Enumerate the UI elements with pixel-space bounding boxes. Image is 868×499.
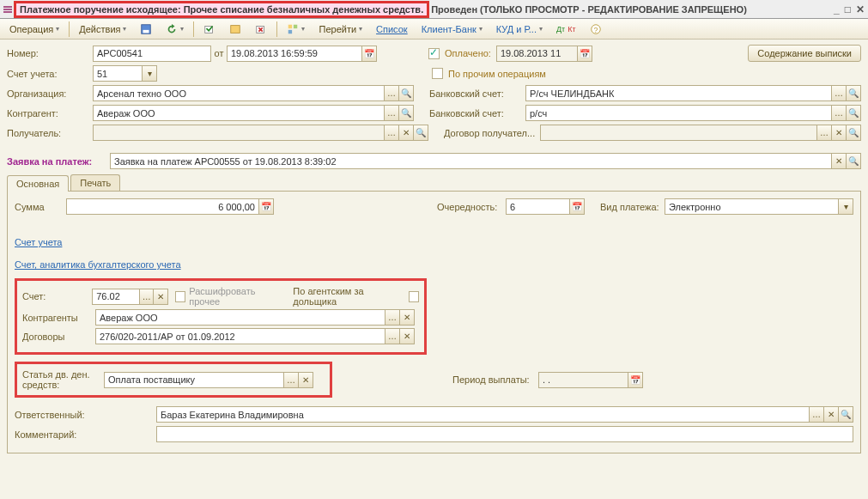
cash-field[interactable]: Оплата поставщику (104, 372, 284, 388)
sum-field[interactable]: 6 000,00 (66, 198, 259, 215)
toolbar-save-icon[interactable] (134, 21, 158, 37)
resp-search-icon[interactable]: 🔍 (838, 406, 853, 423)
contr-field[interactable]: Авераж ООО (93, 105, 385, 121)
recip-clear-icon[interactable]: ✕ (398, 125, 414, 141)
sub-account-field[interactable]: 76.02 (92, 289, 140, 305)
request-clear-icon[interactable]: ✕ (831, 153, 847, 169)
agent-checkbox[interactable] (409, 291, 420, 302)
maximize-button[interactable]: □ (845, 3, 851, 15)
other-ops-label: По прочим операциям (448, 69, 546, 79)
paid-label: Оплачено: (445, 48, 491, 58)
sum-calc-icon[interactable]: 📅 (258, 198, 274, 215)
sub-account-clear-icon[interactable]: ✕ (153, 289, 167, 305)
recip-field[interactable] (93, 125, 385, 141)
sub-contr-clear-icon[interactable]: ✕ (399, 309, 415, 326)
resp-field[interactable]: Бараз Екатерина Владимировна (156, 406, 810, 423)
cash-select-icon[interactable]: … (283, 372, 299, 388)
actions-menu[interactable]: Действия▾ (73, 22, 132, 36)
sub-dog-field[interactable]: 276/020-2011/АР от 01.09.2012 (95, 328, 385, 344)
close-button[interactable]: ✕ (856, 3, 865, 15)
kud-menu[interactable]: КУД и Р...▾ (490, 22, 549, 36)
dogrec-clear-icon[interactable]: ✕ (831, 125, 847, 141)
window-controls: _ □ ✕ (834, 3, 865, 15)
toolbar-structure-icon[interactable]: ▾ (281, 21, 311, 37)
paytype-field[interactable]: Электронно (665, 198, 839, 215)
toolbar-unpost-icon[interactable] (249, 21, 273, 37)
window-title-status: Проведен (ТОЛЬКО ПРОСМОТР - РЕДАКТИРОВАН… (431, 4, 747, 15)
recip-select-icon[interactable]: … (384, 125, 399, 141)
contr-select-icon[interactable]: … (384, 105, 399, 121)
account-dropdown-icon[interactable]: ▾ (142, 65, 157, 82)
contr-search-icon[interactable]: 🔍 (398, 105, 414, 121)
request-label: Заявка на платеж: (7, 156, 110, 167)
cash-clear-icon[interactable]: ✕ (298, 372, 313, 388)
sub-dog-select-icon[interactable]: … (385, 328, 400, 344)
period-picker-icon[interactable]: 📅 (628, 372, 643, 388)
recip-label: Получатель: (7, 128, 93, 138)
bank1-select-icon[interactable]: … (831, 85, 847, 101)
section-account-title: Счет учета (15, 237, 62, 247)
app-icon (3, 6, 12, 13)
form-body: Номер: АРС00541 от 19.08.2013 16:59:59 📅… (0, 40, 868, 459)
sub-contr-select-icon[interactable]: … (385, 309, 400, 326)
tab-print[interactable]: Печать (70, 174, 120, 191)
account-analytics-block: Счет: 76.02 … ✕ Расшифровать прочее По а… (15, 278, 427, 355)
help-icon[interactable]: ? (584, 21, 608, 37)
tab-main-body: Сумма 6 000,00 📅 Очередность: 6 📅 Вид пл… (7, 192, 861, 453)
bank2-field[interactable]: р/сч (525, 105, 832, 121)
recip-search-icon[interactable]: 🔍 (413, 125, 428, 141)
period-field[interactable]: . . (538, 372, 628, 388)
number-label: Номер: (7, 48, 93, 58)
priority-calc-icon[interactable]: 📅 (569, 198, 585, 215)
sum-label: Сумма (15, 202, 66, 212)
paid-checkbox[interactable] (428, 48, 440, 59)
tab-main[interactable]: Основная (7, 175, 69, 192)
svg-rect-5 (288, 24, 292, 27)
decode-label: Расшифровать прочее (189, 286, 284, 307)
decode-checkbox[interactable] (175, 291, 186, 302)
sub-dog-label: Договоры (22, 332, 95, 342)
bank2-select-icon[interactable]: … (831, 105, 847, 121)
date-field[interactable]: 19.08.2013 16:59:59 (227, 46, 362, 62)
toolbar-refresh-icon[interactable]: ▾ (160, 21, 190, 37)
sub-account-select-icon[interactable]: … (139, 289, 154, 305)
bank1-search-icon[interactable]: 🔍 (846, 85, 861, 101)
svg-rect-1 (143, 29, 149, 33)
svg-rect-7 (288, 29, 292, 33)
paytype-dropdown-icon[interactable]: ▾ (838, 198, 853, 215)
client-bank-menu[interactable]: Клиент-Банк▾ (416, 22, 489, 36)
priority-field[interactable]: 6 (506, 198, 570, 215)
resp-clear-icon[interactable]: ✕ (823, 406, 839, 423)
goto-menu[interactable]: Перейти▾ (313, 22, 368, 36)
cash-label1: Статья дв. ден. (22, 369, 104, 380)
dogrec-select-icon[interactable]: … (816, 125, 832, 141)
org-search-icon[interactable]: 🔍 (398, 85, 414, 101)
bank2-search-icon[interactable]: 🔍 (846, 105, 861, 121)
number-field[interactable]: АРС00541 (93, 46, 211, 62)
date-picker-icon[interactable]: 📅 (361, 46, 377, 62)
toolbar-book-icon[interactable] (223, 21, 247, 37)
other-ops-checkbox[interactable] (432, 68, 443, 79)
minimize-button[interactable]: _ (834, 3, 840, 15)
sub-contr-field[interactable]: Авераж ООО (95, 309, 385, 326)
paid-date-picker-icon[interactable]: 📅 (577, 46, 592, 62)
toolbar-post-icon[interactable] (197, 21, 222, 37)
request-search-icon[interactable]: 🔍 (846, 153, 861, 169)
account-field[interactable]: 51 (93, 65, 143, 82)
sub-dog-clear-icon[interactable]: ✕ (399, 328, 415, 344)
list-link[interactable]: Список (370, 22, 414, 36)
toolbar-dtkt-icon[interactable]: ДтКт (550, 23, 582, 35)
dogrec-label: Договор получател... (444, 128, 540, 138)
bank1-field[interactable]: Р/сч ЧЕЛИНДБАНК (525, 85, 832, 101)
org-select-icon[interactable]: … (384, 85, 399, 101)
toolbar: Операция▾ Действия▾ ▾ ▾ Перейти▾ Список … (0, 19, 868, 40)
dogrec-search-icon[interactable]: 🔍 (846, 125, 861, 141)
comment-field[interactable] (156, 426, 853, 442)
window-title-highlight: Платежное поручение исходящее: Прочее сп… (14, 1, 429, 18)
operation-menu[interactable]: Операция▾ (3, 22, 65, 36)
org-field[interactable]: Арсенал техно ООО (93, 85, 385, 101)
statement-button[interactable]: Содержание выписки (748, 45, 861, 62)
dogrec-field[interactable] (540, 125, 817, 141)
resp-select-icon[interactable]: … (809, 406, 824, 423)
request-field[interactable]: Заявка на платеж АРС00555 от 19.08.2013 … (110, 153, 832, 169)
